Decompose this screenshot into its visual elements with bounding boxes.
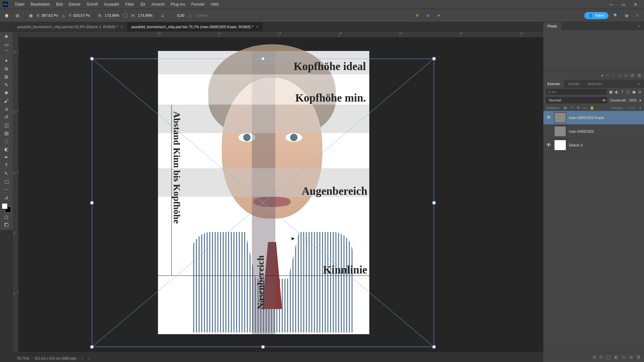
vertical-ruler[interactable]: 0 1 2 3 4 xyxy=(13,38,19,352)
chevron-down-icon[interactable]: ▾ xyxy=(639,98,641,103)
stamp-tool[interactable]: ⧈ xyxy=(1,105,11,113)
adjustment-layer-icon[interactable]: ◐ xyxy=(614,355,618,360)
layer-name[interactable]: man-59081920 Kopie xyxy=(569,116,604,120)
visibility-toggle-icon[interactable]: 👁 xyxy=(546,115,551,121)
screenmode-button[interactable]: ⧠ xyxy=(1,221,11,229)
path-stroke-icon[interactable]: ○ xyxy=(606,73,609,78)
brush-tool[interactable]: 🖌 xyxy=(1,97,11,105)
new-layer-icon[interactable]: ⊞ xyxy=(629,355,633,360)
filter-adjust-icon[interactable]: ◐ xyxy=(615,90,619,94)
tab-ebenen[interactable]: Ebenen xyxy=(543,80,564,88)
close-tab-icon[interactable]: × xyxy=(256,24,258,29)
history-brush-tool[interactable]: ↺ xyxy=(1,113,11,121)
search-button[interactable]: 🔍 xyxy=(612,12,619,19)
menu-schrift[interactable]: Schrift xyxy=(84,2,101,7)
filter-image-icon[interactable]: ▦ xyxy=(609,90,612,94)
menu-filter[interactable]: Filter xyxy=(122,2,137,7)
lock-position-icon[interactable]: ✥ xyxy=(577,106,580,110)
workspace-button[interactable]: ▦ xyxy=(623,12,630,19)
commit-transform-button[interactable]: ✔ xyxy=(435,12,442,19)
tab-kanale[interactable]: Kanäle xyxy=(564,80,584,88)
lock-all-icon[interactable]: 🔒 xyxy=(590,106,594,110)
crop-tool[interactable]: ⧉ xyxy=(1,65,11,72)
window-minimize-button[interactable]: ─ xyxy=(605,0,617,9)
visibility-toggle-icon[interactable]: 👁 xyxy=(546,142,551,148)
cancel-transform-button[interactable]: ⊘ xyxy=(425,12,431,19)
frame-tool[interactable]: ⊞ xyxy=(1,73,11,80)
filter-shape-icon[interactable]: ▢ xyxy=(626,90,630,94)
filter-smart-icon[interactable]: ▣ xyxy=(632,90,636,94)
transform-handle-ne[interactable] xyxy=(433,57,436,60)
path-shape-icon[interactable]: ◇ xyxy=(618,73,621,78)
layer-name[interactable]: man-59081920 xyxy=(569,129,594,133)
tab-aktionen[interactable]: Aktionen xyxy=(584,80,606,88)
transform-handle-w[interactable] xyxy=(91,201,94,204)
zoom-tool[interactable]: ⊿ xyxy=(1,194,11,201)
opacity-value[interactable]: 50% xyxy=(629,98,637,102)
x-value-input[interactable]: 397,62 Px xyxy=(41,13,58,17)
panel-menu-icon[interactable]: ≡ xyxy=(634,22,644,30)
wand-tool[interactable]: ✦ xyxy=(1,57,11,64)
export-button[interactable]: ⇪ xyxy=(634,12,641,19)
horizontal-ruler[interactable]: 0 1 2 3 4 5 6 xyxy=(19,32,543,38)
transform-handle-e[interactable] xyxy=(433,201,436,204)
path-select-tool[interactable]: ↖ xyxy=(1,170,11,177)
zoom-level[interactable]: 75,71% xyxy=(17,356,29,360)
menu-bearbeiten[interactable]: Bearbeiten xyxy=(28,2,53,7)
layer-fx-icon[interactable]: fx xyxy=(599,355,603,360)
angle-value-input[interactable]: 0,00 xyxy=(168,13,184,17)
menu-ansicht[interactable]: Ansicht xyxy=(148,2,167,7)
document-tab-1[interactable]: passbild_biometrisch_chip.psd bei 62,6% … xyxy=(13,22,127,31)
dodge-tool[interactable]: ◐ xyxy=(1,145,11,153)
heal-tool[interactable]: ✚ xyxy=(1,89,11,97)
chevron-down-icon[interactable]: ▾ xyxy=(639,106,641,110)
menu-auswahl[interactable]: Auswahl xyxy=(101,2,122,7)
delta-icon[interactable]: △ xyxy=(62,13,65,18)
eyedropper-tool[interactable]: ✎ xyxy=(1,81,11,88)
path-mask-icon[interactable]: ▭ xyxy=(624,73,628,78)
more-tools[interactable]: ⋯ xyxy=(1,186,11,193)
lock-artboard-icon[interactable]: ▭ xyxy=(583,106,586,110)
gradient-tool[interactable]: ▤ xyxy=(1,129,11,137)
y-value-input[interactable]: 520,57 Px xyxy=(73,13,90,17)
tool-preset-button[interactable]: ▥ xyxy=(14,12,21,19)
document-tab-2[interactable]: passbild_biometrisch_chip.psd bei 75,7% … xyxy=(127,22,263,31)
filter-toggle-icon[interactable]: ⊙ xyxy=(638,90,641,94)
share-button[interactable]: 👤 Teilen xyxy=(584,12,608,19)
delete-path-icon[interactable]: 🗑 xyxy=(637,73,641,78)
path-selection-icon[interactable]: ◌ xyxy=(611,73,615,78)
menu-3d[interactable]: 3D xyxy=(137,2,148,7)
link-layers-icon[interactable]: ⧉ xyxy=(593,355,596,360)
menu-ebene[interactable]: Ebene xyxy=(66,2,84,7)
height-value-input[interactable]: 173,99% xyxy=(137,13,153,17)
blend-mode-select[interactable]: Normal xyxy=(546,97,607,103)
pen-tool[interactable]: ✒ xyxy=(1,154,11,161)
chevron-right-icon[interactable]: › xyxy=(82,356,83,360)
document-info[interactable]: 3,5 cm x 4,5 cm (600 ppi) xyxy=(35,356,76,360)
lock-paint-icon[interactable]: ✎ xyxy=(570,106,573,110)
layer-name[interactable]: Ebene 3 xyxy=(569,143,583,147)
width-value-input[interactable]: 173,99% xyxy=(103,13,119,17)
close-tab-icon[interactable]: × xyxy=(121,24,123,29)
layer-filter-input[interactable] xyxy=(546,89,606,95)
layer-row[interactable]: 👁 Ebene 3 xyxy=(543,138,644,152)
window-restore-button[interactable]: ▭ xyxy=(617,0,629,9)
blur-tool[interactable]: ◌ xyxy=(1,137,11,145)
transform-handle-nw[interactable] xyxy=(91,57,94,60)
transform-handle-se[interactable] xyxy=(433,346,436,349)
menu-bild[interactable]: Bild xyxy=(53,2,66,7)
fill-value[interactable]: 100% xyxy=(627,106,636,110)
panel-menu-icon[interactable]: ≡ xyxy=(634,80,644,88)
menu-hilfe[interactable]: Hilfe xyxy=(208,2,222,7)
lasso-tool[interactable]: ⌒ xyxy=(1,49,11,56)
menu-plugins[interactable]: Plug-ins xyxy=(168,2,188,7)
window-close-button[interactable]: ✕ xyxy=(629,0,641,9)
delete-layer-icon[interactable]: 🗑 xyxy=(636,355,641,360)
layer-mask-icon[interactable]: ◯ xyxy=(606,355,611,360)
reference-point-icon[interactable]: ▦ xyxy=(29,13,33,18)
new-path-icon[interactable]: ⊞ xyxy=(631,73,634,78)
transform-handle-s[interactable] xyxy=(262,346,265,349)
menu-datei[interactable]: Datei xyxy=(12,2,28,7)
menu-fenster[interactable]: Fenster xyxy=(188,2,208,7)
warp-mode-button[interactable]: 🧍 xyxy=(414,12,421,19)
